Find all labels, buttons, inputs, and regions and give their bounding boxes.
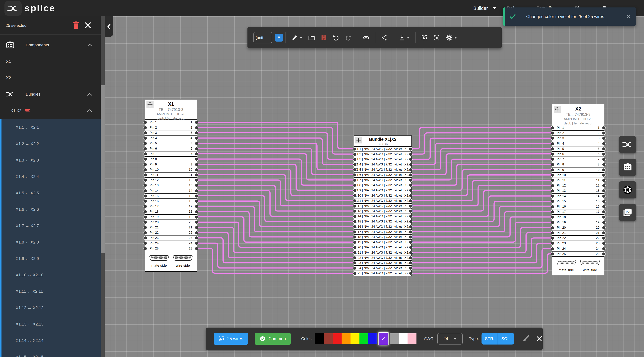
pin-row[interactable]: Pin 88 <box>552 162 604 167</box>
pin-row[interactable]: Pin 1818 <box>145 209 197 214</box>
bundle-wire-row[interactable]: X1.22 | N/A | 24 AWG | 7/32 | violet | X… <box>354 255 412 261</box>
pin-row[interactable]: Pin 2121 <box>552 230 604 236</box>
move-handle-icon[interactable] <box>554 106 561 113</box>
common-properties-chip[interactable]: Common <box>255 333 291 345</box>
pin-row[interactable]: Pin 22 <box>145 125 197 130</box>
wire-list-item[interactable]: X1.10 ↔ X2.10 <box>2 267 100 283</box>
pin-row[interactable]: Pin 1010 <box>145 167 197 172</box>
wire-list-item[interactable]: X1.12 ↔ X2.12 <box>2 300 100 316</box>
type-option-solid[interactable]: SOL. <box>498 333 514 344</box>
pin-row[interactable]: Pin 1717 <box>552 209 604 215</box>
wire-list-item[interactable]: X1.11 ↔ X2.11 <box>2 283 100 300</box>
bundle-wire-row[interactable]: X1.17 | N/A | 24 AWG | 7/32 | violet | X… <box>354 229 412 235</box>
bundle-wire-row[interactable]: X1.16 | N/A | 24 AWG | 7/32 | violet | X… <box>354 224 412 230</box>
wire-list-item[interactable]: X1.13 ↔ X2.13 <box>2 316 100 332</box>
color-swatch-orange[interactable] <box>342 333 350 344</box>
select-all-button[interactable] <box>418 31 430 44</box>
bundle-header[interactable]: Bundle X1|X20.00 in <box>354 136 412 146</box>
pin-row[interactable]: Pin 2525 <box>552 251 604 257</box>
pin-row[interactable]: Pin 1414 <box>145 188 197 194</box>
bundle-wire-row[interactable]: X1.4 | N/A | 24 AWG | 7/32 | violet | X2… <box>354 162 412 167</box>
wire-list-item[interactable]: X1.9 ↔ X2.9 <box>2 250 100 267</box>
pin-row[interactable]: Pin 1515 <box>145 193 197 199</box>
bundle-wire-row[interactable]: X1.10 | N/A | 24 AWG | 7/32 | violet | X… <box>354 193 412 198</box>
pin-row[interactable]: Pin 2323 <box>145 235 197 241</box>
bundle-wire-row[interactable]: X1.21 | N/A | 24 AWG | 7/32 | violet | X… <box>354 250 412 256</box>
wire-list-item[interactable]: X1.14 ↔ X2.14 <box>2 332 100 349</box>
color-swatch-pink[interactable] <box>408 333 416 344</box>
chevron-up-icon[interactable] <box>87 43 92 47</box>
color-swatch-maroon[interactable] <box>324 333 332 344</box>
wire-list-item[interactable]: X1.4 ↔ X2.4 <box>2 168 100 185</box>
chevron-up-icon[interactable] <box>87 92 92 96</box>
pin-row[interactable]: Pin 1717 <box>145 204 197 209</box>
connector-header[interactable]: X2TE... 747913-8AMPLIMITE HD-20dsub | fe… <box>552 104 604 125</box>
pin-row[interactable]: Pin 1111 <box>145 172 197 178</box>
bundle-cross-section-button[interactable] <box>619 181 636 198</box>
bundle-wire-row[interactable]: X1.7 | N/A | 24 AWG | 7/32 | violet | X2… <box>354 178 412 183</box>
bundle-wire-row[interactable]: X1.2 | N/A | 24 AWG | 7/32 | violet | X2… <box>354 152 412 157</box>
redo-button[interactable] <box>342 31 354 44</box>
pin-row[interactable]: Pin 2020 <box>145 220 197 225</box>
pin-row[interactable]: Pin 55 <box>552 146 604 152</box>
pin-row[interactable]: Pin 1616 <box>552 204 604 210</box>
pin-row[interactable]: Pin 11 <box>552 125 604 130</box>
bundle-wire-row[interactable]: X1.12 | N/A | 24 AWG | 7/32 | violet | X… <box>354 203 412 209</box>
close-properties-icon[interactable] <box>536 336 542 342</box>
app-logo-icon[interactable] <box>4 1 22 16</box>
wire-list-item[interactable]: X1.6 ↔ X2.6 <box>2 201 100 218</box>
pin-row[interactable]: Pin 1313 <box>145 182 197 188</box>
wire-list-item[interactable]: X1.3 ↔ X2.3 <box>2 152 100 168</box>
pin-row[interactable]: Pin 1212 <box>552 183 604 188</box>
clear-selection-icon[interactable] <box>84 21 92 30</box>
color-swatch-gray[interactable] <box>390 333 398 344</box>
bundle-wire-row[interactable]: X1.11 | N/A | 24 AWG | 7/32 | violet | X… <box>354 198 412 204</box>
pin-row[interactable]: Pin 1111 <box>552 178 604 183</box>
bundle-wire-row[interactable]: X1.1 | N/A | 24 AWG | 7/32 | violet | X2… <box>354 146 412 152</box>
bundle-wire-row[interactable]: X1.25 | N/A | 24 AWG | 7/32 | violet | X… <box>354 270 412 276</box>
bundle-wire-row[interactable]: X1.9 | N/A | 24 AWG | 7/32 | violet | X2… <box>354 188 412 193</box>
undo-button[interactable] <box>330 31 342 44</box>
pin-row[interactable]: Pin 55 <box>145 141 197 146</box>
bundle-wire-row[interactable]: X1.6 | N/A | 24 AWG | 7/32 | violet | X2… <box>354 172 412 178</box>
color-swatch-white[interactable] <box>398 333 408 344</box>
awg-dropdown[interactable]: 24 <box>437 333 463 344</box>
pin-row[interactable]: Pin 1212 <box>145 178 197 183</box>
pin-row[interactable]: Pin 77 <box>145 151 197 157</box>
delete-selection-icon[interactable] <box>72 21 80 30</box>
color-swatch-red[interactable] <box>332 333 342 344</box>
pin-row[interactable]: Pin 22 <box>552 130 604 136</box>
export-pdf-button[interactable]: PDF <box>619 204 636 221</box>
pin-row[interactable]: Pin 1414 <box>552 194 604 199</box>
pin-row[interactable]: Pin 2222 <box>145 230 197 236</box>
pin-row[interactable]: Pin 1616 <box>145 198 197 204</box>
sidebar-item-x2[interactable]: X2 <box>0 70 100 86</box>
type-option-stranded[interactable]: STR. <box>482 333 498 344</box>
pin-row[interactable]: Pin 99 <box>552 167 604 173</box>
bundle-wire-row[interactable]: X1.8 | N/A | 24 AWG | 7/32 | violet | X2… <box>354 182 412 188</box>
wire-selection-chip[interactable]: 25 wires <box>214 333 248 345</box>
wire-list-item[interactable]: X1.1 ↔ X2.1 <box>2 119 100 136</box>
pin-row[interactable]: Pin 1515 <box>552 198 604 204</box>
sidebar-scrollbar[interactable] <box>100 16 105 357</box>
link-button[interactable] <box>360 31 372 44</box>
pin-row[interactable]: Pin 2222 <box>552 235 604 241</box>
bundle-wire-row[interactable]: X1.19 | N/A | 24 AWG | 7/32 | violet | X… <box>354 240 412 245</box>
export-button[interactable] <box>396 31 412 44</box>
pin-row[interactable]: Pin 1010 <box>552 172 604 178</box>
sidebar-bundle-group-x1x2[interactable]: X1|X2 <box>0 102 100 119</box>
bundle-wire-row[interactable]: X1.3 | N/A | 24 AWG | 7/32 | violet | X2… <box>354 157 412 162</box>
settings-button[interactable] <box>443 31 460 44</box>
pin-row[interactable]: Pin 88 <box>145 156 197 162</box>
scrollbar-thumb[interactable] <box>100 85 105 253</box>
bundle-wire-row[interactable]: X1.23 | N/A | 24 AWG | 7/32 | violet | X… <box>354 260 412 266</box>
wire-list-item[interactable]: X1.8 ↔ X2.8 <box>2 234 100 250</box>
sidebar-section-bundles[interactable]: Bundles <box>0 86 100 102</box>
toast-close-icon[interactable] <box>626 14 631 19</box>
color-swatch-yellow[interactable] <box>350 333 360 344</box>
edit-tool-button[interactable] <box>288 31 305 44</box>
pin-row[interactable]: Pin 33 <box>145 130 197 136</box>
move-handle-icon[interactable] <box>146 101 154 108</box>
pin-row[interactable]: Pin 44 <box>552 141 604 146</box>
pin-row[interactable]: Pin 99 <box>145 162 197 167</box>
